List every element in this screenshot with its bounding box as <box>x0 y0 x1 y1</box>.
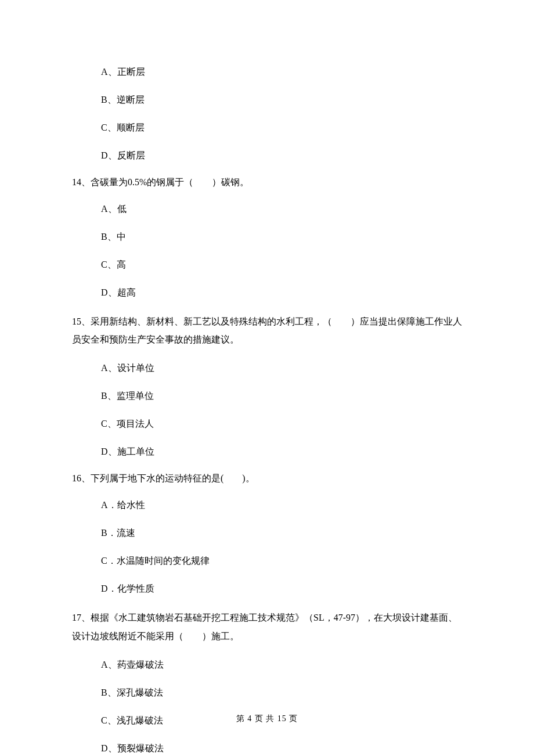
q15-option-b: B、监理单位 <box>101 389 462 403</box>
q15-option-c: C、项目法人 <box>101 417 462 431</box>
q14-option-d: D、超高 <box>101 286 462 300</box>
page: A、正断层 B、逆断层 C、顺断层 D、反断层 14、含碳量为0.5%的钢属于（… <box>0 0 534 756</box>
q15-text: 15、采用新结构、新材料、新工艺以及特殊结构的水利工程，（ ）应当提出保障施工作… <box>72 312 462 348</box>
q15-option-d: D、施工单位 <box>101 445 462 459</box>
q17-option-a: A、药壶爆破法 <box>101 658 462 672</box>
q14-options: A、低 B、中 C、高 D、超高 <box>72 202 462 300</box>
q15-options: A、设计单位 B、监理单位 C、项目法人 D、施工单位 <box>72 361 462 459</box>
page-footer: 第 4 页 共 15 页 <box>0 712 534 725</box>
q14-option-a: A、低 <box>101 202 462 216</box>
q13-option-d: D、反断层 <box>101 149 462 163</box>
content-area: A、正断层 B、逆断层 C、顺断层 D、反断层 14、含碳量为0.5%的钢属于（… <box>0 65 534 755</box>
q16-option-b: B．流速 <box>101 526 462 540</box>
q14-option-b: B、中 <box>101 230 462 244</box>
q16-text: 16、下列属于地下水的运动特征的是( )。 <box>72 471 462 485</box>
q15-option-a: A、设计单位 <box>101 361 462 375</box>
q17-options: A、药壶爆破法 B、深孔爆破法 C、浅孔爆破法 D、预裂爆破法 <box>72 658 462 755</box>
q17-option-b: B、深孔爆破法 <box>101 686 462 700</box>
q16-option-d: D．化学性质 <box>101 582 462 596</box>
q14-text: 14、含碳量为0.5%的钢属于（ ）碳钢。 <box>72 175 462 189</box>
q16-option-c: C．水温随时间的变化规律 <box>101 554 462 568</box>
q14-option-c: C、高 <box>101 258 462 272</box>
q13-options: A、正断层 B、逆断层 C、顺断层 D、反断层 <box>72 65 462 163</box>
q16-option-a: A．给水性 <box>101 498 462 512</box>
q17-option-d: D、预裂爆破法 <box>101 741 462 755</box>
q16-options: A．给水性 B．流速 C．水温随时间的变化规律 D．化学性质 <box>72 498 462 596</box>
q17-text: 17、根据《水工建筑物岩石基础开挖工程施工技术规范》（SL，47-97），在大坝… <box>72 609 462 645</box>
q13-option-b: B、逆断层 <box>101 93 462 107</box>
q13-option-c: C、顺断层 <box>101 121 462 135</box>
q13-option-a: A、正断层 <box>101 65 462 79</box>
